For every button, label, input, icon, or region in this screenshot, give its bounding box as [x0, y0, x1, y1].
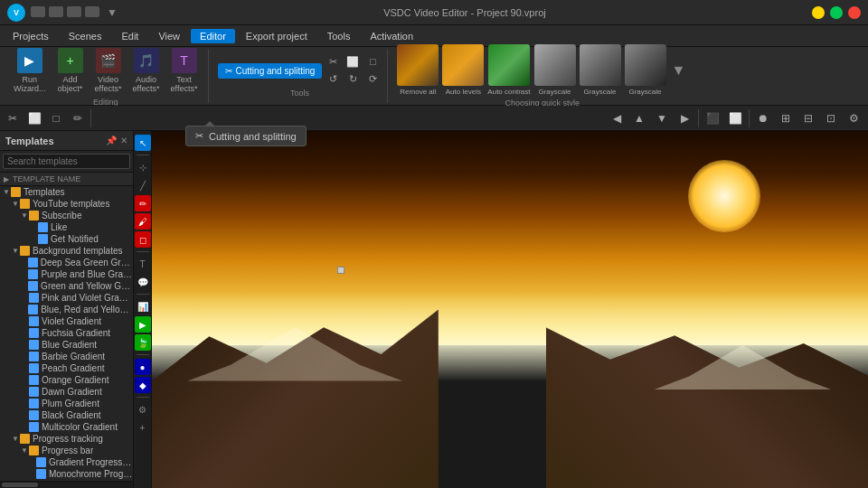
tree-item[interactable]: Dawn Gradient — [0, 386, 133, 398]
template-tree[interactable]: ▼Templates▼YouTube templates▼SubscribeLi… — [0, 186, 133, 481]
tree-item[interactable]: ▼YouTube templates — [0, 198, 133, 210]
tree-item[interactable]: ▼Templates — [0, 186, 133, 198]
video-effects-button[interactable]: 🎬 Videoeffects* — [90, 45, 127, 96]
title-icon-2[interactable] — [49, 6, 63, 17]
menu-item-export-project[interactable]: Export project — [237, 29, 316, 43]
qs-grayscale-1[interactable]: Grayscale — [534, 44, 576, 96]
tree-item[interactable]: Monochrome Progre... — [0, 468, 133, 480]
tree-item[interactable]: Like — [0, 221, 133, 233]
speech-tool-btn[interactable]: 💬 — [135, 274, 151, 290]
add-object-button[interactable]: + Addobject* — [52, 45, 89, 96]
menu-item-projects[interactable]: Projects — [4, 29, 58, 43]
arrow-left-btn[interactable]: ◀ — [606, 108, 627, 129]
menu-item-edit[interactable]: Edit — [112, 29, 147, 43]
pen-tool-btn[interactable]: ✏ — [135, 195, 151, 211]
mountains-layer — [152, 310, 868, 489]
title-dropdown-icon[interactable]: ▼ — [107, 6, 118, 19]
record-btn[interactable]: ⏺ — [752, 108, 774, 129]
qs-auto-contrast[interactable]: Auto contrast — [487, 44, 530, 96]
tree-item[interactable]: Pink and Violet Gradi... — [0, 292, 133, 304]
square-tool-btn[interactable]: □ — [45, 108, 67, 129]
plus-side-btn[interactable]: + — [135, 419, 151, 436]
line-tool-btn[interactable]: ╱ — [135, 177, 151, 193]
panel-close-btn[interactable]: ✕ — [120, 136, 127, 145]
tool-btn-6[interactable]: ⟳ — [363, 71, 382, 87]
settings-side-btn[interactable]: ⚙ — [135, 401, 151, 418]
layer-btn-1[interactable]: ⬛ — [702, 108, 723, 129]
menu-item-editor[interactable]: Editor — [191, 29, 235, 43]
tree-item[interactable]: Orange Gradient — [0, 374, 133, 386]
tree-item[interactable]: Violet Gradient — [0, 315, 133, 327]
tree-item[interactable]: Deep Sea Green Grad... — [0, 257, 133, 268]
arrow-down-btn[interactable]: ▼ — [651, 108, 673, 129]
tree-header-expand[interactable]: ▶ — [4, 175, 9, 183]
search-input[interactable] — [3, 154, 130, 169]
tree-item[interactable]: ▼Progress tracking — [0, 433, 133, 445]
text-tool-btn[interactable]: T — [135, 256, 151, 272]
title-icon-3[interactable] — [67, 6, 81, 17]
pencil-tool-btn[interactable]: ✏ — [67, 108, 89, 129]
cursor-tool-btn[interactable]: ↖ — [135, 135, 151, 151]
snap-btn[interactable]: ⊞ — [775, 108, 797, 129]
panel-scrollbar[interactable] — [0, 481, 133, 488]
frame-tool-btn[interactable]: ⬜ — [24, 108, 45, 129]
tree-item[interactable]: Fuchsia Gradient — [0, 327, 133, 339]
run-wizard-button[interactable]: ▶ RunWizard... — [9, 45, 51, 96]
tool-btn-1[interactable]: ✂ — [324, 54, 342, 70]
tree-item[interactable]: Green and Yellow Gra... — [0, 280, 133, 292]
editing-group: ▶ RunWizard... + Addobject* 🎬 Videoeffec… — [4, 49, 209, 103]
settings-tool-btn[interactable]: ⚙ — [843, 108, 864, 129]
quick-style-scroll-down[interactable]: ▼ — [670, 62, 688, 79]
tree-item[interactable]: Blue Gradient — [0, 339, 133, 351]
cutting-splitting-button[interactable]: ✂ Cutting and splitting — [218, 63, 323, 79]
title-icon-1[interactable] — [31, 6, 45, 17]
move-tool-btn[interactable]: ⊹ — [135, 159, 151, 175]
selection-handle[interactable] — [337, 267, 344, 274]
run-tool-btn[interactable]: ▶ — [135, 316, 151, 333]
tool-btn-5[interactable]: ↻ — [344, 71, 362, 87]
shape-tool-btn[interactable]: ◆ — [135, 377, 151, 393]
eraser-tool-btn[interactable]: ◻ — [135, 231, 151, 248]
tree-item[interactable]: ▼Subscribe — [0, 210, 133, 221]
scissors-tool-btn[interactable]: ✂ — [2, 108, 24, 129]
tree-item[interactable]: ▼Progress bar — [0, 445, 133, 456]
audio-effects-button[interactable]: 🎵 Audioeffects* — [128, 45, 165, 96]
arrow-right-btn[interactable]: ▶ — [674, 108, 695, 129]
tree-item[interactable]: Gradient Progress B... — [0, 456, 133, 468]
align-btn-1[interactable]: ⊟ — [797, 108, 819, 129]
qs-grayscale-2[interactable]: Grayscale — [580, 44, 621, 96]
menu-item-view[interactable]: View — [149, 29, 189, 43]
tree-item[interactable]: Black Gradient — [0, 409, 133, 421]
leaf-tool-btn[interactable]: 🍃 — [135, 334, 151, 351]
scrollbar-thumb-h[interactable] — [2, 483, 38, 487]
tree-item[interactable]: Peach Gradient — [0, 362, 133, 374]
qs-grayscale-3[interactable]: Grayscale — [625, 44, 666, 96]
maximize-button[interactable] — [830, 6, 843, 19]
tree-item[interactable]: Blue, Red and Yellow ... — [0, 304, 133, 315]
tree-item[interactable]: Plum Gradient — [0, 398, 133, 409]
tree-item[interactable]: Multicolor Gradient — [0, 421, 133, 433]
align-btn-2[interactable]: ⊡ — [820, 108, 842, 129]
circle-tool-btn[interactable]: ● — [135, 359, 151, 375]
tree-item[interactable]: Purple and Blue Grad... — [0, 268, 133, 280]
menu-item-tools[interactable]: Tools — [318, 29, 360, 43]
tree-item[interactable]: ▼Background templates — [0, 245, 133, 257]
layer-btn-2[interactable]: ⬜ — [724, 108, 746, 129]
tool-btn-2[interactable]: ⬜ — [344, 54, 362, 70]
tool-btn-4[interactable]: ↺ — [324, 71, 342, 87]
arrow-up-btn[interactable]: ▲ — [628, 108, 650, 129]
qs-auto-levels[interactable]: Auto levels — [442, 44, 484, 96]
close-button[interactable] — [848, 6, 861, 19]
text-effects-button[interactable]: T Texteffects* — [166, 45, 203, 96]
qs-remove-all[interactable]: Remove all — [397, 44, 439, 96]
title-icon-4[interactable] — [85, 6, 99, 17]
menu-item-scenes[interactable]: Scenes — [60, 29, 111, 43]
tree-item[interactable]: Get Notified — [0, 233, 133, 245]
tree-item[interactable]: Barbie Gradient — [0, 351, 133, 362]
panel-pin-btn[interactable]: 📌 — [106, 136, 117, 145]
minimize-button[interactable] — [812, 6, 825, 19]
menu-item-activation[interactable]: Activation — [361, 29, 422, 43]
brush-tool-btn[interactable]: 🖌 — [135, 213, 151, 230]
tool-btn-3[interactable]: □ — [363, 54, 382, 70]
chart-tool-btn[interactable]: 📊 — [135, 298, 151, 314]
